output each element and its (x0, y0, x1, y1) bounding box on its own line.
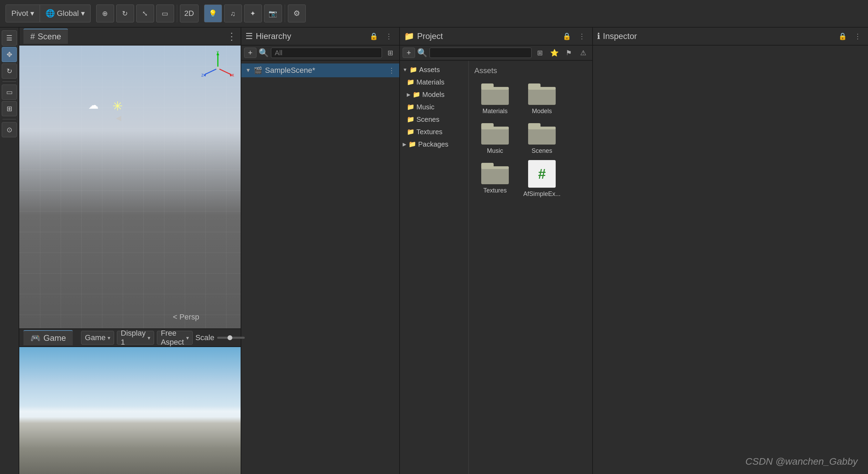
game-viewport[interactable] (19, 347, 241, 474)
asset-music[interactable]: Music (474, 120, 516, 155)
project-assets-area: Assets Materials (469, 61, 592, 474)
tree-item-materials[interactable]: 📁 Materials (400, 76, 468, 88)
project-kebab-button[interactable]: ⋮ (576, 30, 588, 42)
display-dropdown[interactable]: Display 1 ▾ (117, 331, 154, 345)
asset-materials[interactable]: Materials (474, 81, 516, 115)
scenes-asset-label: Scenes (532, 147, 552, 155)
inspector-title: Inspector (603, 31, 834, 41)
project-add-button[interactable]: + (403, 48, 415, 58)
project-filter-btn2[interactable]: ⭐ (548, 47, 561, 59)
2d-button[interactable]: 2D (180, 4, 199, 22)
textures-icon (481, 160, 509, 184)
music-icon (481, 120, 509, 145)
rotate-tool-button[interactable]: ↻ (116, 4, 134, 22)
svg-line-2 (218, 68, 231, 75)
asset-textures[interactable]: Textures (474, 160, 516, 198)
models-arrow-icon: ▶ (407, 92, 411, 97)
tree-item-assets[interactable]: ▼ 📁 Assets (400, 63, 468, 76)
select-tool-button[interactable]: ✥ (2, 47, 17, 62)
project-toolbar: + 🔍 ⊞ ⭐ ⚑ ⚠ (400, 46, 592, 61)
tree-item-music[interactable]: 📁 Music (400, 101, 468, 113)
global-button[interactable]: 🌐 Global ▾ (40, 4, 91, 22)
project-body: ▼ 📁 Assets 📁 Materials ▶ 📁 Models � (400, 61, 592, 474)
tree-item-packages[interactable]: ▶ 📁 Packages (400, 138, 468, 150)
scale-slider[interactable] (217, 337, 245, 339)
effects-button[interactable]: ✦ (244, 4, 262, 22)
rotate-tool-left-button[interactable]: ↻ (2, 63, 17, 79)
camera-button[interactable]: 📷 (264, 4, 282, 22)
game-dropdown[interactable]: Game ▾ (81, 331, 114, 345)
project-lock-button[interactable]: 🔒 (561, 30, 573, 42)
game-tab[interactable]: 🎮 Game (23, 330, 73, 345)
game-dropdown-label: Game (85, 333, 105, 342)
hierarchy-filter-button[interactable]: ⊞ (384, 47, 396, 59)
project-search-group: 🔍 (417, 48, 532, 58)
display-label: Display 1 (121, 329, 145, 347)
project-search-icon: 🔍 (417, 48, 427, 58)
project-search-input[interactable] (430, 48, 532, 58)
asset-afsimpleex[interactable]: # AfSimpleEx... (521, 160, 563, 198)
aspect-dropdown[interactable]: Free Aspect ▾ (157, 331, 192, 345)
models-label: Models (422, 91, 444, 99)
pivot-label: Pivot (11, 9, 28, 18)
tree-item-scenes[interactable]: 📁 Scenes (400, 113, 468, 126)
scene-viewport[interactable]: ☁ ✳ ◄ (19, 46, 241, 328)
materials-label: Materials (416, 78, 444, 86)
project-filter-btn1[interactable]: ⊞ (534, 47, 546, 59)
right-panels: ☰ Hierarchy 🔒 ⋮ + 🔍 ⊞ ▼ 🎬 SampleScene* ⋮ (241, 28, 868, 474)
cloud-object[interactable]: ☁ (88, 99, 99, 111)
hierarchy-item-samplescene[interactable]: ▼ 🎬 SampleScene* ⋮ (241, 63, 399, 77)
assets-grid: Materials Models (474, 81, 587, 198)
assets-label: Assets (419, 66, 440, 74)
materials-asset-label: Materials (482, 108, 507, 115)
asset-scenes[interactable]: Scenes (521, 120, 563, 155)
pivot-button[interactable]: Pivot ▾ (6, 4, 40, 22)
hierarchy-kebab-button[interactable]: ⋮ (383, 30, 395, 42)
svg-rect-15 (528, 83, 541, 89)
project-header: 📁 Project 🔒 ⋮ (400, 28, 592, 46)
hierarchy-title: Hierarchy (256, 31, 365, 41)
asset-models[interactable]: Models (521, 81, 563, 115)
scale-view-button[interactable]: ⊞ (2, 101, 17, 116)
scale-tool-button[interactable]: ⤡ (136, 4, 154, 22)
rect-tool-button[interactable]: ▭ (156, 4, 174, 22)
svg-line-4 (205, 68, 218, 75)
inspector-body (593, 46, 868, 474)
rect-view-button[interactable]: ▭ (2, 85, 17, 100)
audio-button[interactable]: ♫ (224, 4, 242, 22)
textures-label: Textures (416, 128, 443, 136)
sun-object[interactable]: ✳ (112, 99, 121, 107)
gizmos-button[interactable]: ⚙ (288, 4, 306, 22)
view-options-group: 💡 ♫ ✦ 📷 (201, 4, 285, 22)
tree-item-models[interactable]: ▶ 📁 Models (400, 88, 468, 101)
project-filter-btn3[interactable]: ⚑ (563, 47, 575, 59)
assets-arrow-icon: ▼ (403, 67, 407, 72)
scenes-folder-icon: 📁 (407, 116, 414, 123)
hierarchy-search-input[interactable] (271, 48, 382, 58)
pivot-global-group: Pivot ▾ 🌐 Global ▾ (6, 4, 91, 22)
svg-point-6 (216, 67, 220, 70)
aspect-arrow-icon: ▾ (186, 335, 189, 341)
hierarchy-add-button[interactable]: + (244, 48, 256, 58)
scene-tab-bar: # Scene ⋮ (19, 28, 241, 46)
samplescene-kebab-icon[interactable]: ⋮ (388, 66, 395, 75)
scene-gizmo[interactable]: x y z (201, 51, 235, 86)
scene-panel-kebab[interactable]: ⋮ (227, 31, 236, 42)
scene-tab[interactable]: # Scene (23, 29, 68, 44)
scene-grid (19, 46, 241, 328)
hierarchy-header: ☰ Hierarchy 🔒 ⋮ (241, 28, 399, 46)
tree-item-textures[interactable]: 📁 Textures (400, 126, 468, 138)
audio-object[interactable]: ◄ (114, 113, 123, 124)
samplescene-label: SampleScene* (265, 66, 315, 75)
extra-tool-button[interactable]: ⊙ (2, 122, 17, 137)
move-tool-button[interactable]: ⊕ (96, 4, 114, 22)
inspector-lock-button[interactable]: 🔒 (836, 30, 849, 42)
display-arrow-icon: ▾ (148, 335, 150, 341)
samplescene-arrow-icon: ▼ (245, 67, 251, 73)
game-toolbar: 🎮 Game Game ▾ Display 1 ▾ Free Aspect ▾ (19, 329, 241, 347)
lighting-button[interactable]: 💡 (204, 4, 222, 22)
hand-tool-button[interactable]: ☰ (2, 30, 17, 46)
inspector-kebab-button[interactable]: ⋮ (851, 30, 864, 42)
project-filter-btn4[interactable]: ⚠ (577, 47, 589, 59)
hierarchy-lock-button[interactable]: 🔒 (367, 30, 380, 42)
